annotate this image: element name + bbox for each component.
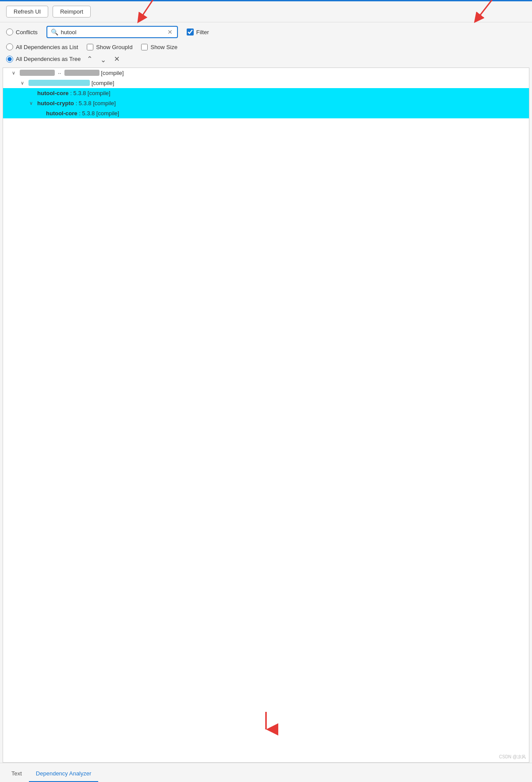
version-scope-4: : 5.3.8 [compile] <box>75 100 116 107</box>
artifact-name-4: hutool-crypto <box>37 100 74 107</box>
conflicts-label: Conflicts <box>16 29 38 36</box>
redacted-text-2 <box>64 70 99 76</box>
all-deps-list-label: All Dependencies as List <box>16 44 78 50</box>
tree-label-2: [compile] <box>28 80 114 86</box>
show-size-checkbox[interactable] <box>141 44 148 50</box>
arrow-annotation-search <box>123 0 158 23</box>
chevron-icon-1: ∨ <box>12 70 18 76</box>
refresh-ui-button[interactable]: Refresh UI <box>6 6 48 18</box>
toolbar: Refresh UI Reimport <box>0 1 532 22</box>
options-row-3: All Dependencies as Tree ⌃ ⌄ ✕ <box>0 52 532 68</box>
all-deps-tree-label: All Dependencies as Tree <box>16 56 81 62</box>
tab-dependency-analyzer[interactable]: Dependency Analyzer <box>29 766 98 782</box>
clear-tree-button[interactable]: ✕ <box>112 54 121 64</box>
artifact-name-3: hutool-core <box>37 90 69 96</box>
main-container: Refresh UI Reimport Conflic <box>0 0 532 782</box>
version-scope-3: : 5.3.8 [compile] <box>70 90 110 96</box>
filter-checkbox[interactable] <box>187 28 194 36</box>
tab-text-label: Text <box>11 770 22 777</box>
tab-dependency-analyzer-label: Dependency Analyzer <box>36 770 91 777</box>
all-deps-list-radio[interactable] <box>6 43 13 50</box>
scope-label-1: [compile] <box>101 70 124 76</box>
conflicts-radio[interactable] <box>6 28 13 36</box>
tree-row-1[interactable]: ∨ ·· [compile] <box>3 68 529 78</box>
search-clear-button[interactable]: ✕ <box>167 28 174 36</box>
scroll-arrow-annotation <box>253 710 279 736</box>
all-deps-tree-option[interactable]: All Dependencies as Tree <box>6 56 81 63</box>
watermark: CSDN @凉风 <box>499 754 526 760</box>
all-deps-tree-radio[interactable] <box>6 56 13 63</box>
content-area[interactable]: ∨ ·· [compile] ∨ [compile] ∨ <box>3 68 529 763</box>
tree-row-5[interactable]: ∨ hutool-core : 5.3.8 [compile] <box>3 108 529 118</box>
reimport-button[interactable]: Reimport <box>53 6 91 18</box>
version-scope-5: : 5.3.8 [compile] <box>79 110 119 117</box>
tree-row-2[interactable]: ∨ [compile] <box>3 78 529 88</box>
show-groupid-label: Show GroupId <box>96 44 132 50</box>
conflicts-option[interactable]: Conflicts <box>6 28 38 36</box>
chevron-icon-2: ∨ <box>21 80 27 86</box>
sort-ascending-button[interactable]: ⌃ <box>85 54 94 64</box>
redacted-text-1 <box>20 70 55 76</box>
show-size-option[interactable]: Show Size <box>141 44 177 50</box>
options-row-2: All Dependencies as List Show GroupId Sh… <box>0 42 532 52</box>
tree-label-1: ·· [compile] <box>20 70 124 76</box>
show-size-label: Show Size <box>150 44 177 50</box>
tree-label-5: hutool-core : 5.3.8 [compile] <box>46 110 119 117</box>
bottom-tabs: Text Dependency Analyzer <box>0 763 532 782</box>
tree-row-3[interactable]: ∨ hutool-core : 5.3.8 [compile] <box>3 88 529 98</box>
tree-row-4[interactable]: ∨ hutool-crypto : 5.3.8 [compile] <box>3 98 529 108</box>
options-row-1: Conflicts 🔍 ✕ Filter <box>0 22 532 42</box>
filter-group: Filter <box>187 28 209 36</box>
all-deps-list-option[interactable]: All Dependencies as List <box>6 43 78 50</box>
search-icon: 🔍 <box>51 28 58 36</box>
scope-label-2: [compile] <box>92 80 114 86</box>
sort-descending-button[interactable]: ⌄ <box>99 55 108 65</box>
tree-label-4: hutool-crypto : 5.3.8 [compile] <box>37 100 116 107</box>
tree-label-3: hutool-core : 5.3.8 [compile] <box>37 90 110 96</box>
tab-text[interactable]: Text <box>4 766 29 782</box>
redacted-text-3 <box>28 80 90 86</box>
arrow-annotation-filter <box>453 0 497 23</box>
search-input[interactable] <box>61 29 164 36</box>
show-groupid-checkbox[interactable] <box>87 44 93 50</box>
filter-label: Filter <box>196 29 209 36</box>
chevron-icon-4: ∨ <box>29 100 35 106</box>
artifact-name-5: hutool-core <box>46 110 78 117</box>
search-box: 🔍 ✕ <box>46 26 178 38</box>
show-groupid-option[interactable]: Show GroupId <box>87 44 132 50</box>
